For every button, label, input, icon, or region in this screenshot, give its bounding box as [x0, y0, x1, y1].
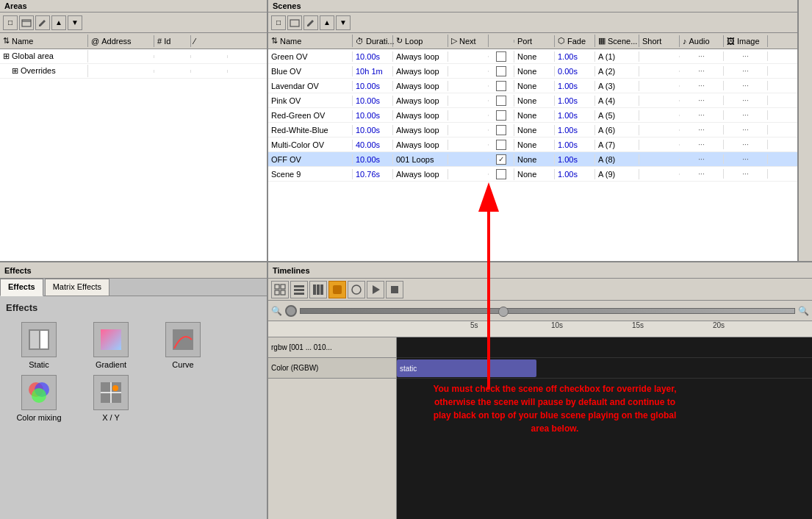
- image-dots-btn[interactable]: ···: [742, 82, 748, 90]
- tl-grid2-btn[interactable]: [290, 281, 308, 298]
- table-row[interactable]: Scene 9 10.76s Always loop None 1.00s A …: [268, 167, 797, 182]
- audio-dots-btn[interactable]: ···: [698, 140, 704, 148]
- image-dots-btn[interactable]: ···: [742, 52, 748, 60]
- zoom-handle[interactable]: [285, 305, 297, 317]
- table-row[interactable]: OFF OV 10.00s 001 Loops None 1.00s A (8)…: [268, 152, 797, 167]
- scene-image-cell[interactable]: ···: [724, 51, 768, 61]
- scene-image-cell[interactable]: ···: [724, 81, 768, 90]
- scene-checkbox-cell[interactable]: [489, 124, 514, 136]
- image-dots-btn[interactable]: ···: [742, 155, 748, 163]
- audio-dots-btn[interactable]: ···: [698, 126, 704, 134]
- scene-checkbox-cell[interactable]: [489, 80, 514, 92]
- scene-checkbox-cell[interactable]: [489, 154, 514, 165]
- tab-effects[interactable]: Effects: [0, 279, 43, 296]
- scene-audio-cell[interactable]: ···: [680, 125, 724, 135]
- scene-checkbox-cell[interactable]: [489, 95, 514, 107]
- scene-image-cell[interactable]: ···: [724, 125, 768, 135]
- tl-play-btn[interactable]: [367, 281, 384, 298]
- scene-audio-cell[interactable]: ···: [680, 140, 724, 149]
- scene-audio-cell[interactable]: ···: [680, 81, 724, 90]
- table-row[interactable]: ⊞ Overrides: [0, 64, 267, 79]
- scene-checkbox-cell[interactable]: [489, 51, 514, 62]
- scene-image-cell[interactable]: ···: [724, 154, 768, 164]
- xy-icon: [93, 375, 129, 410]
- scene-off-checkbox[interactable]: [496, 169, 506, 179]
- svg-rect-17: [281, 290, 285, 295]
- scene-checkbox-cell[interactable]: [489, 168, 514, 180]
- scene-off-checkbox[interactable]: [496, 154, 506, 165]
- table-row[interactable]: Multi-Color OV 40.00s Always loop None 1…: [268, 137, 797, 152]
- tl-grid1-btn[interactable]: [271, 281, 289, 298]
- areas-up-btn[interactable]: ▲: [51, 15, 66, 30]
- table-row[interactable]: Red-White-Blue 10.00s Always loop None 1…: [268, 123, 797, 137]
- scene-name-cell: Green OV: [268, 51, 353, 62]
- tl-stop-btn[interactable]: [386, 281, 403, 298]
- scene-checkbox-cell[interactable]: [489, 139, 514, 151]
- areas-new-btn[interactable]: □: [3, 15, 18, 30]
- timeline-body: rgbw [001 ... 010... Color (RGBW) static: [268, 337, 812, 519]
- scene-image-cell[interactable]: ···: [724, 110, 768, 120]
- scene-audio-cell[interactable]: ···: [680, 110, 724, 120]
- effect-curve[interactable]: Curve: [150, 322, 216, 369]
- audio-dots-btn[interactable]: ···: [698, 170, 704, 178]
- effect-xy[interactable]: X / Y: [78, 375, 144, 422]
- scene-image-cell[interactable]: ···: [724, 140, 768, 149]
- tab-matrix-effects[interactable]: Matrix Effects: [45, 279, 109, 296]
- tl-circle-btn[interactable]: [348, 281, 365, 298]
- table-row[interactable]: Lavendar OV 10.00s Always loop None 1.00…: [268, 79, 797, 93]
- scene-off-checkbox[interactable]: [496, 125, 506, 135]
- image-dots-btn[interactable]: ···: [742, 96, 748, 104]
- scenes-edit-btn[interactable]: [303, 15, 318, 30]
- tl-grid3-btn[interactable]: [309, 281, 327, 298]
- audio-dots-btn[interactable]: ···: [698, 111, 704, 119]
- scene-off-checkbox[interactable]: [496, 140, 506, 150]
- image-dots-btn[interactable]: ···: [742, 67, 748, 75]
- track-block[interactable]: static: [397, 359, 536, 377]
- table-row[interactable]: Green OV 10.00s Always loop None 1.00s A…: [268, 49, 797, 64]
- scenes-down-btn[interactable]: ▼: [336, 15, 351, 30]
- image-dots-btn[interactable]: ···: [742, 140, 748, 148]
- scene-off-checkbox[interactable]: [496, 81, 506, 91]
- scene-audio-cell[interactable]: ···: [680, 154, 724, 164]
- scene-audio-cell[interactable]: ···: [680, 96, 724, 105]
- scene-off-checkbox[interactable]: [496, 96, 506, 106]
- scene-image-cell[interactable]: ···: [724, 66, 768, 76]
- table-row[interactable]: ⊞ Global area: [0, 49, 267, 64]
- image-dots-btn[interactable]: ···: [742, 126, 748, 134]
- scenes-new-btn[interactable]: □: [271, 15, 286, 30]
- table-row[interactable]: Pink OV 10.00s Always loop None 1.00s A …: [268, 93, 797, 108]
- audio-dots-btn[interactable]: ···: [698, 67, 704, 75]
- audio-dots-btn[interactable]: ···: [698, 155, 704, 163]
- scene-off-checkbox[interactable]: [496, 66, 506, 76]
- effect-static[interactable]: Static: [6, 322, 72, 369]
- effect-gradient[interactable]: Gradient: [78, 322, 144, 369]
- areas-down-btn[interactable]: ▼: [68, 15, 82, 30]
- scene-checkbox-cell[interactable]: [489, 65, 514, 77]
- scenes-up-btn[interactable]: ▲: [320, 15, 334, 30]
- scene-audio-cell[interactable]: ···: [680, 169, 724, 179]
- image-dots-btn[interactable]: ···: [742, 170, 748, 178]
- table-row[interactable]: Blue OV 10h 1m Always loop None 0.00s A …: [268, 64, 797, 79]
- scenes-open-btn[interactable]: [287, 15, 302, 30]
- scene-audio-cell[interactable]: ···: [680, 66, 724, 76]
- scene-image-cell[interactable]: ···: [724, 169, 768, 179]
- col-short: Short: [639, 35, 680, 47]
- zoom-in-icon: 🔍: [798, 306, 809, 316]
- audio-dots-btn[interactable]: ···: [698, 52, 704, 60]
- scene-off-checkbox[interactable]: [496, 110, 506, 121]
- scene-off-checkbox[interactable]: [496, 51, 506, 62]
- tl-record-btn[interactable]: [328, 281, 346, 298]
- scene-audio-cell[interactable]: ···: [680, 51, 724, 61]
- scene-image-cell[interactable]: ···: [724, 96, 768, 105]
- zoom-slider[interactable]: [300, 308, 795, 314]
- audio-dots-btn[interactable]: ···: [698, 96, 704, 104]
- right-scrollbar[interactable]: [799, 0, 812, 261]
- areas-open-btn[interactable]: [19, 15, 34, 30]
- areas-edit-btn[interactable]: [35, 15, 50, 30]
- scene-checkbox-cell[interactable]: [489, 110, 514, 121]
- image-dots-btn[interactable]: ···: [742, 111, 748, 119]
- scene-next-cell: [448, 159, 489, 160]
- audio-dots-btn[interactable]: ···: [698, 82, 704, 90]
- effect-color-mixing[interactable]: Color mixing: [6, 375, 72, 422]
- table-row[interactable]: Red-Green OV 10.00s Always loop None 1.0…: [268, 108, 797, 123]
